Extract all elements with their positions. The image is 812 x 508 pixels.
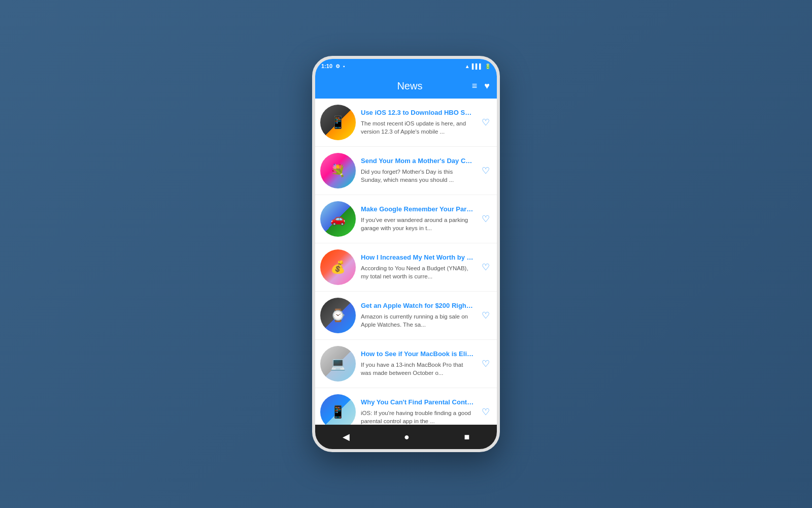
thumb-image: 🚗 [320, 201, 356, 237]
home-button[interactable]: ● [396, 428, 418, 447]
thumb-image: ⌚ [320, 298, 356, 333]
like-button[interactable]: ♡ [480, 211, 492, 227]
news-content: Use iOS 12.3 to Download HBO Sho... The … [361, 109, 475, 136]
news-content: Get an Apple Watch for $200 Right ... Am… [361, 302, 475, 329]
news-item[interactable]: 📱 Why You Can't Find Parental Contro... … [315, 388, 497, 425]
wifi-icon: ▲ [465, 64, 470, 69]
status-right: ▲ ▌▌▌ 🔋 [465, 64, 491, 69]
recents-button[interactable]: ■ [456, 428, 478, 447]
news-thumbnail: 💐 [320, 153, 356, 188]
news-thumbnail: ⌚ [320, 298, 356, 333]
signal-icon: ▌▌▌ [472, 64, 483, 69]
news-excerpt: The most recent iOS update is here, and … [361, 119, 475, 136]
news-thumbnail: 💰 [320, 249, 356, 285]
like-button[interactable]: ♡ [480, 356, 492, 371]
news-list: 📱 Use iOS 12.3 to Download HBO Sho... Th… [315, 99, 497, 425]
news-content: Send Your Mom a Mother's Day Car... Did … [361, 157, 475, 184]
like-button[interactable]: ♡ [480, 404, 492, 420]
app-bar-title: News [348, 80, 472, 92]
news-excerpt: Did you forget? Mother's Day is this Sun… [361, 168, 475, 184]
thumb-image: 💐 [320, 153, 356, 188]
settings-icon: ⚙ [335, 64, 340, 69]
news-thumbnail: 💻 [320, 346, 356, 382]
news-title: Why You Can't Find Parental Contro... [361, 398, 475, 407]
bottom-nav: ◀ ● ■ [315, 425, 497, 449]
news-content: Make Google Remember Your Park... If you… [361, 205, 475, 232]
news-item[interactable]: 💻 How to See if Your MacBook is Eligi...… [315, 340, 497, 388]
like-button[interactable]: ♡ [480, 308, 492, 323]
time-display: 1:10 [321, 63, 332, 69]
news-title: How I Increased My Net Worth by $... [361, 253, 475, 262]
news-item[interactable]: 💐 Send Your Mom a Mother's Day Car... Di… [315, 147, 497, 195]
news-excerpt: iOS: If you're having trouble finding a … [361, 409, 475, 425]
news-item[interactable]: 🚗 Make Google Remember Your Park... If y… [315, 195, 497, 243]
news-excerpt: If you've ever wandered around a parking… [361, 216, 475, 232]
news-title: How to See if Your MacBook is Eligi... [361, 350, 475, 359]
news-item[interactable]: 💰 How I Increased My Net Worth by $... A… [315, 243, 497, 292]
news-thumbnail: 📱 [320, 105, 356, 140]
thumb-image: 💰 [320, 249, 356, 285]
favorites-icon[interactable]: ♥ [484, 81, 490, 91]
like-button[interactable]: ♡ [480, 115, 492, 130]
app-bar: News ≡ ♥ [315, 73, 497, 99]
status-bar: 1:10 ⚙ ▪ ▲ ▌▌▌ 🔋 [315, 59, 497, 73]
news-thumbnail: 📱 [320, 394, 356, 425]
news-excerpt: Amazon is currently running a big sale o… [361, 312, 475, 329]
news-item[interactable]: ⌚ Get an Apple Watch for $200 Right ... … [315, 292, 497, 340]
battery-status-icon: ▪ [343, 64, 345, 69]
news-content: How to See if Your MacBook is Eligi... I… [361, 350, 475, 377]
news-content: Why You Can't Find Parental Contro... iO… [361, 398, 475, 425]
news-excerpt: If you have a 13-inch MacBook Pro that w… [361, 361, 475, 377]
like-button[interactable]: ♡ [480, 163, 492, 178]
like-button[interactable]: ♡ [480, 260, 492, 275]
thumb-image: 📱 [320, 105, 356, 140]
news-title: Send Your Mom a Mother's Day Car... [361, 157, 475, 166]
news-thumbnail: 🚗 [320, 201, 356, 237]
news-item[interactable]: 📱 Use iOS 12.3 to Download HBO Sho... Th… [315, 99, 497, 147]
thumb-image: 📱 [320, 394, 356, 425]
news-title: Make Google Remember Your Park... [361, 205, 475, 214]
back-button[interactable]: ◀ [334, 427, 358, 447]
phone-frame: 1:10 ⚙ ▪ ▲ ▌▌▌ 🔋 News ≡ ♥ 📱 Use iOS 12.3… [312, 56, 500, 452]
filter-icon[interactable]: ≡ [472, 81, 478, 91]
status-left: 1:10 ⚙ ▪ [321, 63, 345, 69]
news-title: Use iOS 12.3 to Download HBO Sho... [361, 109, 475, 117]
news-excerpt: According to You Need a Budget (YNAB), m… [361, 264, 475, 280]
news-title: Get an Apple Watch for $200 Right ... [361, 302, 475, 310]
news-content: How I Increased My Net Worth by $... Acc… [361, 253, 475, 280]
thumb-image: 💻 [320, 346, 356, 382]
battery-icon: 🔋 [485, 64, 491, 69]
app-bar-icons: ≡ ♥ [472, 81, 490, 91]
